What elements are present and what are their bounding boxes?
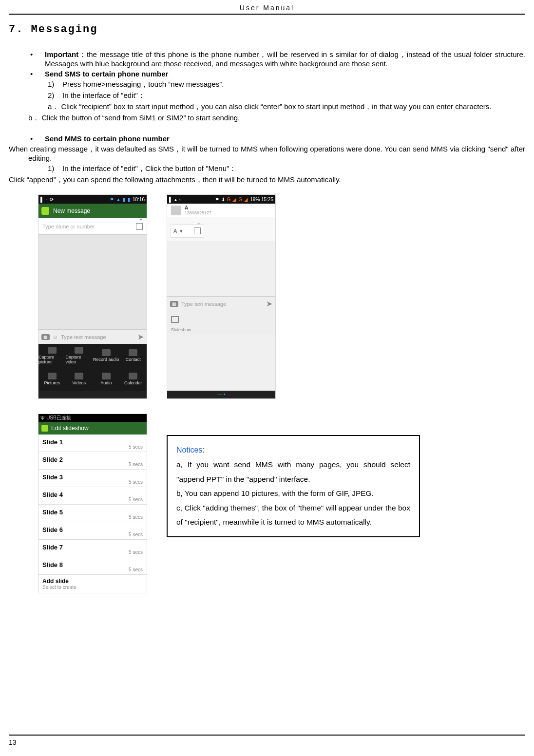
usb-bar: ΨUSB已连接 xyxy=(38,414,147,422)
slideshow-row[interactable] xyxy=(167,311,275,327)
slide-label: Slide 6 xyxy=(42,526,63,533)
num: 1) xyxy=(48,80,62,89)
icon: ▴ xyxy=(174,197,177,202)
slide-item[interactable]: Slide 75 secs xyxy=(38,540,147,557)
bars-icon: ◢ xyxy=(244,197,248,202)
chevron-down-icon: ▾ xyxy=(180,228,183,234)
mic-icon xyxy=(102,349,111,356)
attach-capture-video[interactable]: Capture video xyxy=(66,344,93,367)
signal-icon: ▌ xyxy=(40,197,44,202)
message-icon xyxy=(41,207,49,215)
slide-label: Slide 8 xyxy=(42,561,63,568)
wifi-icon: ◦ xyxy=(46,197,48,202)
signal-icon: ▌ xyxy=(169,197,172,202)
slide-duration: 5 secs xyxy=(129,549,143,555)
send-mms-label: Send MMS to certain phone number xyxy=(45,134,170,143)
attach-label: Audio xyxy=(100,380,112,385)
notices-title: Notices: xyxy=(176,443,410,457)
status-right: ⚑▲▮▮18:16 xyxy=(110,197,145,202)
screenshot-new-message: ▌◦⟳ ⚑▲▮▮18:16 New message Type name or n… xyxy=(38,194,147,399)
notice-c: c, Click "adding themes", the box of "th… xyxy=(176,501,410,529)
slide-item[interactable]: Slide 85 secs xyxy=(38,557,147,575)
attach-audio[interactable]: Audio xyxy=(93,367,120,391)
sms-b: b． Click the button of “send from SiM1 o… xyxy=(28,113,525,123)
add-contact-icon[interactable] xyxy=(136,223,143,230)
slide-item[interactable]: Slide 55 secs xyxy=(38,505,147,522)
attach-label: Contact xyxy=(126,357,141,362)
send-icon[interactable]: ➤ xyxy=(266,299,272,308)
slide-label: Slide 1 xyxy=(42,438,63,446)
add-slide-sub: Select to create xyxy=(42,585,143,590)
page: User Manual 7. Messaging • Important：the… xyxy=(0,0,534,756)
app-bar: Edit slideshow xyxy=(38,422,147,435)
videos-icon xyxy=(75,373,83,379)
slide-label: Slide 7 xyxy=(42,544,63,551)
notices-box: Notices: a, If you want send MMS with ma… xyxy=(167,435,420,537)
page-number: 13 xyxy=(9,738,17,746)
sms-step-2: 2)In the interface of "edit"： xyxy=(48,91,525,100)
compose-row[interactable]: ▦ Type text message ➤ xyxy=(167,296,275,311)
bullet-dot: • xyxy=(28,50,45,68)
dl-icon: ⬇ xyxy=(221,197,225,202)
slide-item[interactable]: Slide 65 secs xyxy=(38,522,147,540)
step-text: Press home>messaging，touch “new messages… xyxy=(62,80,224,89)
sms-a-text: a． Click “recipient” box to start input … xyxy=(28,102,491,111)
attach-label: Pictures xyxy=(44,380,60,385)
attach-label: Capture picture xyxy=(38,355,66,364)
status-left-icons: ▌▴⌂ xyxy=(169,197,182,202)
app-bar: New message xyxy=(38,204,147,218)
header-rule xyxy=(9,14,525,15)
attach-contact[interactable]: Contact xyxy=(120,344,147,367)
slides-list: Slide 15 secsSlide 25 secsSlide 35 secsS… xyxy=(38,435,147,575)
attach-toggle-icon[interactable]: ▦ xyxy=(170,301,178,307)
contact-info: A 13696625127 xyxy=(185,205,211,215)
section-heading: 7. Messaging xyxy=(9,23,525,36)
footer: 13 xyxy=(9,735,525,746)
icon: ⌂ xyxy=(179,197,182,202)
contact-header: A 13696625127 xyxy=(167,204,275,217)
bt-icon: ⚑ xyxy=(215,197,219,202)
add-slide[interactable]: Add slide Select to create xyxy=(38,575,147,593)
bullet-content: Send SMS to certain phone number xyxy=(45,70,525,78)
slide-duration: 5 secs xyxy=(129,497,143,502)
recipient-chip[interactable]: A ▾ xyxy=(170,224,204,238)
compose-placeholder: Type text message xyxy=(181,301,263,307)
contact-number: 13696625127 xyxy=(185,210,211,215)
slide-item[interactable]: Slide 25 secs xyxy=(38,452,147,470)
g-icon: G xyxy=(227,197,231,202)
app-bar-title: Edit slideshow xyxy=(51,425,89,432)
g-icon: G xyxy=(238,197,242,202)
mms-steps: 1)In the interface of "edit"，Click the b… xyxy=(48,164,525,173)
bullet-send-mms: • Send MMS to certain phone number xyxy=(28,134,525,143)
attach-videos[interactable]: Videos xyxy=(66,367,93,391)
avatar xyxy=(171,206,181,215)
contact-icon xyxy=(129,349,137,356)
compose-row[interactable]: ▦ ☺ Type text message ➤ xyxy=(38,329,147,344)
attach-record-audio[interactable]: Record audio xyxy=(93,344,120,367)
slideshow-icon xyxy=(171,316,179,323)
attach-capture-picture[interactable]: Capture picture xyxy=(38,344,66,367)
step-text: In the interface of "edit"，Click the but… xyxy=(62,164,236,173)
attach-toggle-icon[interactable]: ▦ xyxy=(41,334,50,340)
bullet-content: Important：the message title of this phon… xyxy=(45,50,525,68)
mms-intro-text: When creating message，it was defaulted a… xyxy=(9,145,525,162)
emoji-icon[interactable]: ☺ xyxy=(53,334,58,340)
slide-item[interactable]: Slide 35 secs xyxy=(38,470,147,487)
slide-item[interactable]: Slide 45 secs xyxy=(38,487,147,505)
step-text: In the interface of "edit"： xyxy=(62,91,145,100)
important-label: Important xyxy=(45,50,78,58)
attach-calendar[interactable]: Calendar xyxy=(120,367,147,391)
slide-item[interactable]: Slide 15 secs xyxy=(38,435,147,452)
num: 1) xyxy=(48,164,62,173)
mms-click: Click “append”，you can spend the followi… xyxy=(9,175,525,185)
screenshots-row-2: ΨUSB已连接 Edit slideshow Slide 15 secsSlid… xyxy=(38,414,525,593)
mms-step-1: 1)In the interface of "edit"，Click the b… xyxy=(48,164,525,173)
add-contact-icon[interactable] xyxy=(194,227,201,234)
attach-pictures[interactable]: Pictures xyxy=(38,367,66,391)
send-icon[interactable]: ➤ xyxy=(137,332,144,341)
recipient-input[interactable]: Type name or number xyxy=(38,218,147,235)
sms-step-1: 1)Press home>messaging，touch “new messag… xyxy=(48,80,525,89)
attach-label: Calendar xyxy=(124,380,142,385)
status-left-icons: ▌◦⟳ xyxy=(40,197,54,202)
status-bar: ▌◦⟳ ⚑▲▮▮18:16 xyxy=(38,195,147,204)
